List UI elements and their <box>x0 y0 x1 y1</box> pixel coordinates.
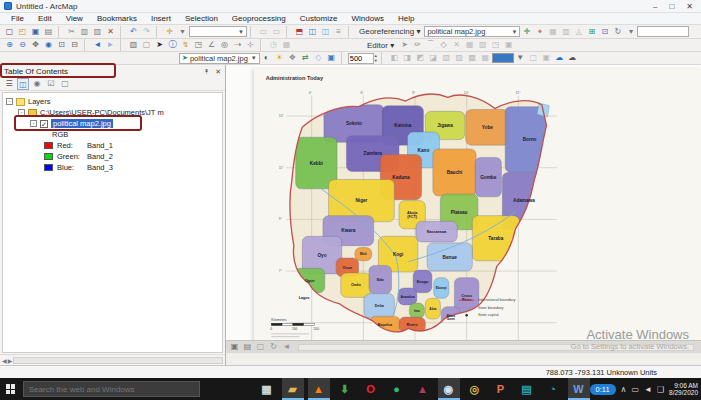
toc-tab-icon[interactable]: ☑ <box>45 78 57 90</box>
toolbar-icon[interactable]: ⊟ <box>68 39 81 51</box>
toolbar-icon[interactable]: ◉ <box>42 39 55 51</box>
taskbar-app-icon[interactable]: P <box>490 378 512 400</box>
menu-item[interactable]: Geoprocessing <box>225 14 293 23</box>
view-toggle-icon[interactable]: ▢ <box>255 341 266 353</box>
tray-chevron-icon[interactable]: ∧ <box>621 385 627 394</box>
collapse-icon[interactable]: - <box>18 109 25 116</box>
toolbar-icon[interactable] <box>156 26 161 38</box>
color-swatch[interactable] <box>492 53 514 63</box>
toolbar-icon[interactable]: ◇ <box>437 39 450 51</box>
toolbar-icon[interactable] <box>120 39 125 51</box>
effects-layer-dropdown[interactable]: ➤ political map2.jpg▼ <box>179 53 260 64</box>
minimize-button[interactable]: – <box>653 2 657 11</box>
cell-size-spinner[interactable]: ▲▼ <box>348 53 378 64</box>
menu-item[interactable]: Customize <box>293 14 345 23</box>
layer-visibility-checkbox[interactable]: ✓ <box>40 120 48 128</box>
toolbar-icon[interactable]: ↷ <box>140 26 153 38</box>
toc-tab-icon[interactable]: ☰ <box>3 78 15 90</box>
menu-item[interactable]: Bookmarks <box>90 14 144 23</box>
toolbar-icon[interactable]: ▩ <box>466 52 479 64</box>
close-button[interactable]: ✕ <box>686 2 693 11</box>
toolbar-icon[interactable]: ◇ <box>312 52 325 64</box>
toolbar-icon[interactable]: ☁ <box>553 52 566 64</box>
menu-item[interactable]: File <box>4 14 31 23</box>
menu-item[interactable]: Help <box>391 14 421 23</box>
taskbar-clock[interactable]: 9:06 AM 8/29/2020 <box>669 382 698 396</box>
taskbar-app-icon[interactable]: ◎ <box>464 378 486 400</box>
view-toggle-icon[interactable]: ◄ <box>281 341 292 353</box>
taskbar-app-icon[interactable]: ▦ <box>256 378 278 400</box>
toolbar-icon[interactable]: ⌖ <box>533 26 546 38</box>
taskbar-app-icon[interactable]: ▰ <box>282 378 304 400</box>
toolbar-icon[interactable]: ◬ <box>572 26 585 38</box>
toolbar-icon[interactable]: ▥ <box>559 26 572 38</box>
toolbar-icon[interactable] <box>120 26 125 38</box>
toolbar-icon[interactable]: ▦ <box>280 39 293 51</box>
toolbar-icon[interactable]: ⊡ <box>55 39 68 51</box>
notification-icon[interactable]: ❑ <box>657 385 664 394</box>
taskbar-app-icon[interactable]: ▲ <box>308 378 330 400</box>
toolbar-icon[interactable]: ◰ <box>16 26 29 38</box>
layer-name-label[interactable]: political map2.jpg <box>51 119 113 128</box>
toolbar-icon[interactable]: ▨ <box>91 26 104 38</box>
toolbar-icon[interactable]: ⬒ <box>293 26 306 38</box>
toolbar-icon[interactable]: ✛ <box>520 26 533 38</box>
toolbar-icon[interactable]: ◫ <box>306 26 319 38</box>
menu-item[interactable]: View <box>59 14 90 23</box>
toolbar-icon[interactable]: ◪ <box>427 52 440 64</box>
toolbar-icon[interactable]: ► <box>104 39 117 51</box>
toolbar-icon[interactable] <box>286 26 291 38</box>
toolbar-icon[interactable] <box>341 52 346 64</box>
toolbar-icon[interactable]: ▧ <box>440 52 453 64</box>
toolbar-icon[interactable]: ➤ <box>398 39 411 51</box>
toolbar-icon[interactable]: ▢ <box>140 39 153 51</box>
view-toggle-icon[interactable]: ↻ <box>268 341 279 353</box>
menu-item[interactable]: Windows <box>344 14 390 23</box>
taskbar-app-icon[interactable]: ◔ <box>542 378 564 400</box>
toolbar-icon[interactable]: ▣ <box>325 52 338 64</box>
toolbar-icon[interactable]: ⓘ <box>166 39 179 51</box>
taskbar-app-icon[interactable]: O <box>360 378 382 400</box>
toolbar-icon[interactable]: ◳ <box>489 39 502 51</box>
georeferencing-menu[interactable]: Georeferencing ▾ <box>355 27 424 36</box>
toolbar-icon[interactable] <box>250 26 255 38</box>
pin-icon[interactable]: 🖈 <box>203 68 210 76</box>
taskbar-app-icon[interactable]: W <box>568 378 590 400</box>
toolbar-icon[interactable]: ☁ <box>566 52 579 64</box>
toolbar-icon[interactable]: ◳ <box>192 39 205 51</box>
toolbar-icon[interactable]: ▤ <box>42 26 55 38</box>
toolbar-icon[interactable]: ▧ <box>127 39 140 51</box>
layer-node[interactable]: - ✓ political map2.jpg <box>6 118 222 129</box>
collapse-icon[interactable]: - <box>30 120 37 127</box>
toolbar-icon[interactable]: ⊡ <box>598 26 611 38</box>
cell-size-input[interactable] <box>348 53 374 64</box>
toolbar-icon[interactable]: ⇢ <box>231 39 244 51</box>
toolbar-icon[interactable]: ✕ <box>450 39 463 51</box>
toolbar-icon[interactable]: ▢ <box>3 26 16 38</box>
toolbar-icon[interactable] <box>58 26 63 38</box>
toolbar-icon[interactable]: ✏ <box>411 39 424 51</box>
toolbar-icon[interactable]: ◷ <box>267 39 280 51</box>
toolbar-icon[interactable]: ❖ <box>286 52 299 64</box>
toolbar-icon[interactable]: ▨ <box>453 52 466 64</box>
toc-tab-icon[interactable]: ◉ <box>31 78 43 90</box>
toolbar-icon[interactable]: ↻ <box>611 26 624 38</box>
toolbar-icon[interactable] <box>381 52 386 64</box>
rotation-input[interactable] <box>637 26 689 37</box>
maximize-button[interactable]: □ <box>669 2 674 11</box>
toolbar-icon[interactable]: ⇄ <box>299 52 312 64</box>
toolbar-icon[interactable]: ▧ <box>476 39 489 51</box>
toolbar-icon[interactable]: ➤ <box>153 39 166 51</box>
view-toggle-icon[interactable]: ▤ <box>242 341 253 353</box>
toolbar-icon[interactable]: ⊖ <box>16 39 29 51</box>
toolbar-icon[interactable]: ✛ <box>163 26 176 38</box>
toolbar-icon[interactable]: ◫ <box>319 26 332 38</box>
start-button[interactable] <box>0 378 23 400</box>
georeferencing-layer-dropdown[interactable]: political map2.jpg▼ <box>424 26 520 37</box>
toc-tab-icon[interactable]: ◫ <box>17 78 29 90</box>
toolbar-icon[interactable]: ✕ <box>104 26 117 38</box>
menu-item[interactable]: Selection <box>178 14 225 23</box>
toolbar-icon[interactable] <box>84 39 89 51</box>
toolbar-icon[interactable]: ▢ <box>527 52 540 64</box>
group-node[interactable]: - C:\Users\USER-PC\Documents\JT m <box>6 107 222 118</box>
